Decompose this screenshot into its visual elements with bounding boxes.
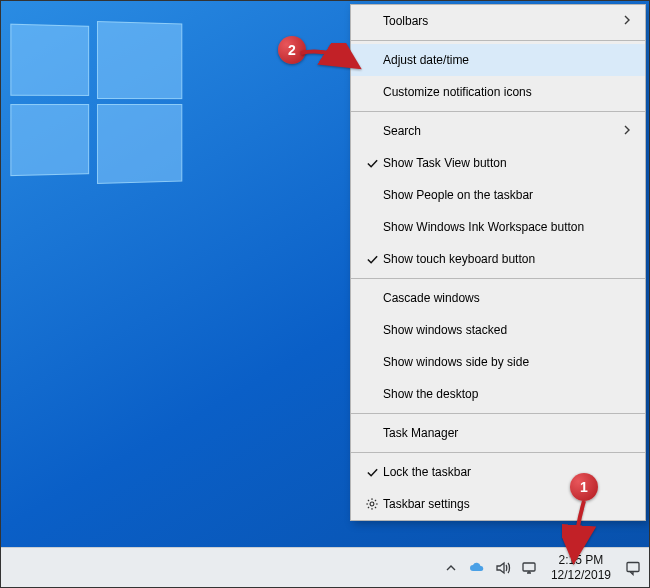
menu-item-customize-notification-icons[interactable]: Customize notification icons xyxy=(351,76,645,108)
chevron-right-icon xyxy=(621,124,633,139)
menu-item-show-windows-side-by-side[interactable]: Show windows side by side xyxy=(351,346,645,378)
menu-item-adjust-date-time[interactable]: Adjust date/time xyxy=(351,44,645,76)
check-icon xyxy=(361,253,383,266)
menu-item-label: Show Task View button xyxy=(383,156,633,170)
system-tray xyxy=(437,560,543,576)
menu-item-lock-the-taskbar[interactable]: Lock the taskbar xyxy=(351,456,645,488)
menu-item-taskbar-settings[interactable]: Taskbar settings xyxy=(351,488,645,520)
menu-separator xyxy=(351,278,645,279)
menu-item-label: Show windows stacked xyxy=(383,323,633,337)
menu-separator xyxy=(351,452,645,453)
menu-separator xyxy=(351,40,645,41)
menu-item-cascade-windows[interactable]: Cascade windows xyxy=(351,282,645,314)
menu-separator xyxy=(351,413,645,414)
gear-icon xyxy=(361,497,383,511)
check-icon xyxy=(361,466,383,479)
menu-item-toolbars[interactable]: Toolbars xyxy=(351,5,645,37)
menu-item-label: Show touch keyboard button xyxy=(383,252,633,266)
menu-item-label: Show People on the taskbar xyxy=(383,188,633,202)
menu-item-label: Customize notification icons xyxy=(383,85,633,99)
menu-item-label: Toolbars xyxy=(383,14,621,28)
menu-item-show-people-on-the-taskbar[interactable]: Show People on the taskbar xyxy=(351,179,645,211)
chevron-right-icon xyxy=(621,14,633,29)
menu-item-label: Adjust date/time xyxy=(383,53,633,67)
volume-icon[interactable] xyxy=(495,560,511,576)
menu-item-label: Search xyxy=(383,124,621,138)
menu-item-task-manager[interactable]: Task Manager xyxy=(351,417,645,449)
menu-item-search[interactable]: Search xyxy=(351,115,645,147)
taskbar-date: 12/12/2019 xyxy=(551,568,611,582)
taskbar-time: 2:15 PM xyxy=(551,553,611,567)
onedrive-icon[interactable] xyxy=(469,560,485,576)
menu-item-label: Task Manager xyxy=(383,426,633,440)
menu-item-label: Show windows side by side xyxy=(383,355,633,369)
menu-item-show-windows-ink-workspace-button[interactable]: Show Windows Ink Workspace button xyxy=(351,211,645,243)
menu-item-show-touch-keyboard-button[interactable]: Show touch keyboard button xyxy=(351,243,645,275)
taskbar-context-menu: ToolbarsAdjust date/timeCustomize notifi… xyxy=(350,4,646,521)
menu-separator xyxy=(351,111,645,112)
menu-item-label: Show the desktop xyxy=(383,387,633,401)
taskbar-clock[interactable]: 2:15 PM 12/12/2019 xyxy=(543,553,619,582)
menu-item-show-task-view-button[interactable]: Show Task View button xyxy=(351,147,645,179)
svg-point-0 xyxy=(370,502,374,506)
tray-overflow-caret-icon[interactable] xyxy=(443,560,459,576)
menu-item-label: Cascade windows xyxy=(383,291,633,305)
svg-rect-1 xyxy=(523,563,535,571)
menu-item-label: Taskbar settings xyxy=(383,497,633,511)
svg-rect-2 xyxy=(627,562,639,571)
menu-item-show-windows-stacked[interactable]: Show windows stacked xyxy=(351,314,645,346)
taskbar[interactable]: 2:15 PM 12/12/2019 xyxy=(1,547,649,587)
network-icon[interactable] xyxy=(521,560,537,576)
action-center-button[interactable] xyxy=(619,548,647,588)
menu-item-show-the-desktop[interactable]: Show the desktop xyxy=(351,378,645,410)
menu-item-label: Lock the taskbar xyxy=(383,465,633,479)
check-icon xyxy=(361,157,383,170)
windows-logo xyxy=(10,24,176,184)
screenshot-frame: ToolbarsAdjust date/timeCustomize notifi… xyxy=(0,0,650,588)
menu-item-label: Show Windows Ink Workspace button xyxy=(383,220,633,234)
